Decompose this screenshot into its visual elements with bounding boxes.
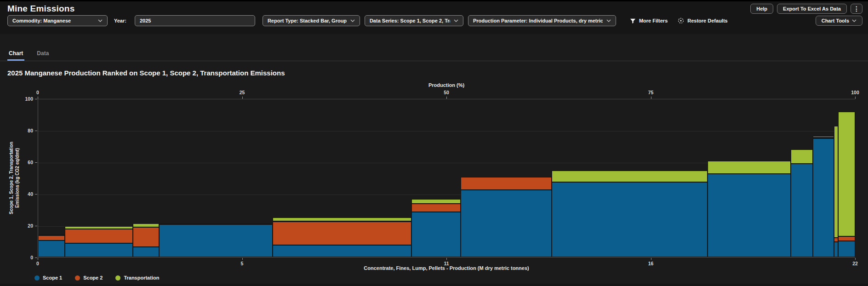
x-axis-tick	[855, 258, 856, 260]
help-button[interactable]: Help	[750, 4, 773, 14]
data-series-dropdown[interactable]: Data Series: Scope 1, Scope 2, Transport…	[365, 15, 463, 26]
y-axis-tick-label: 40	[15, 191, 33, 197]
bar-segment-scope-2[interactable]	[133, 227, 159, 247]
x-axis-tick-label: 16	[648, 261, 654, 266]
bar-segment-scope-1[interactable]	[159, 224, 273, 257]
header-actions: Help Export To Excel As Data ⋮	[750, 4, 862, 14]
bar-segment-scope-1[interactable]	[273, 245, 411, 257]
x-axis-tick	[38, 258, 38, 260]
legend-item-scope-1[interactable]: Scope 1	[34, 275, 62, 280]
bar-segment-scope-2[interactable]	[38, 235, 65, 240]
stacked-bar[interactable]	[461, 99, 552, 257]
bar-segment-transportation[interactable]	[813, 136, 834, 138]
bar-segment-scope-2[interactable]	[159, 223, 273, 224]
bar-segment-scope-1[interactable]	[708, 174, 791, 257]
stacked-bar[interactable]	[813, 99, 834, 257]
y-axis-tick	[35, 131, 37, 131]
x-axis-tick-label: 5	[241, 261, 244, 266]
stacked-bar[interactable]	[65, 99, 133, 257]
x-axis-tick-label: 11	[444, 261, 449, 266]
bar-segment-scope-2[interactable]	[273, 222, 411, 246]
stacked-bar[interactable]	[38, 99, 65, 257]
stacked-bar[interactable]	[838, 99, 855, 257]
page-title: Mine Emissions	[7, 4, 74, 14]
top-strip	[0, 0, 868, 1]
x-axis-tick	[446, 258, 447, 260]
bar-segment-transportation[interactable]	[838, 112, 855, 236]
bar-segment-transportation[interactable]	[411, 199, 461, 204]
bar-segment-scope-2[interactable]	[411, 204, 461, 212]
x-axis-tick	[651, 258, 651, 260]
restore-defaults-button[interactable]: Restore Defaults	[678, 17, 727, 24]
legend-label: Scope 1	[43, 275, 62, 280]
more-filters-button[interactable]: More Filters	[630, 18, 668, 24]
bar-segment-scope-2[interactable]	[834, 238, 838, 242]
restore-defaults-icon	[678, 17, 684, 24]
y-axis-tick-label: 60	[15, 160, 33, 165]
bar-segment-scope-1[interactable]	[411, 212, 461, 257]
bar-segment-transportation[interactable]	[791, 149, 813, 164]
chevron-down-icon	[606, 19, 611, 22]
bar-segment-transportation[interactable]	[552, 171, 708, 182]
bar-segment-transportation[interactable]	[273, 217, 411, 222]
legend-label: Scope 2	[83, 275, 103, 280]
bar-segment-transportation[interactable]	[65, 226, 133, 229]
year-input[interactable]	[135, 15, 255, 26]
legend-dot-icon	[75, 275, 80, 280]
bar-segment-scope-1[interactable]	[38, 240, 65, 257]
bar-segment-scope-1[interactable]	[65, 243, 133, 257]
stacked-bar[interactable]	[159, 99, 273, 257]
bar-segment-scope-2[interactable]	[65, 229, 133, 243]
x-axis-tick-label: 0	[36, 261, 39, 266]
bar-segment-scope-1[interactable]	[838, 241, 855, 257]
bar-segment-scope-1[interactable]	[791, 164, 813, 257]
y-axis-tick-label: 20	[15, 223, 33, 229]
export-to-excel-button[interactable]: Export To Excel As Data	[777, 4, 847, 14]
top-axis-tick	[651, 97, 651, 99]
data-series-dropdown-label: Data Series: Scope 1, Scope 2, Transport…	[370, 18, 450, 23]
stacked-bar[interactable]	[791, 99, 813, 257]
legend-dot-icon	[34, 275, 40, 280]
stacked-bar[interactable]	[273, 99, 411, 257]
production-parameter-dropdown-label: Production Parameter: Individual Product…	[473, 18, 603, 23]
legend: Scope 1Scope 2Transportation	[34, 275, 159, 280]
bar-segment-scope-2[interactable]	[813, 137, 834, 138]
y-axis-tick-label: 80	[15, 128, 33, 133]
y-axis-tick	[35, 194, 37, 194]
bar-segment-scope-1[interactable]	[461, 190, 552, 257]
bar-segment-transportation[interactable]	[133, 223, 159, 227]
stacked-bar[interactable]	[834, 99, 838, 257]
chart-tools-label: Chart Tools	[822, 18, 849, 23]
overflow-menu-button[interactable]: ⋮	[851, 4, 862, 14]
bar-segment-scope-1[interactable]	[133, 247, 159, 257]
legend-item-scope-2[interactable]: Scope 2	[75, 275, 103, 280]
top-axis-title: Production (%)	[428, 82, 464, 88]
bar-segment-transportation[interactable]	[38, 235, 65, 235]
production-parameter-dropdown[interactable]: Production Parameter: Individual Product…	[468, 15, 616, 26]
y-axis-tick	[35, 226, 37, 226]
header: Mine Emissions Help Export To Excel As D…	[7, 3, 862, 15]
bar-segment-scope-1[interactable]	[552, 182, 708, 257]
y-axis-tick-label: 100	[15, 96, 33, 102]
report-type-dropdown[interactable]: Report Type: Stacked Bar, Group By: None	[263, 15, 360, 26]
y-axis-tick	[35, 257, 37, 258]
chevron-down-icon	[350, 19, 355, 22]
bar-segment-scope-2[interactable]	[461, 177, 552, 190]
bar-segment-transportation[interactable]	[708, 161, 791, 174]
bar-segment-scope-2[interactable]	[838, 236, 855, 241]
stacked-bar[interactable]	[411, 99, 461, 257]
bar-segment-scope-1[interactable]	[834, 242, 838, 257]
legend-item-transportation[interactable]: Transportation	[115, 275, 159, 280]
x-axis-tick	[242, 258, 243, 260]
chart-tools-button[interactable]: Chart Tools	[816, 16, 862, 26]
bar-segment-transportation[interactable]	[834, 126, 838, 238]
top-axis-tick	[855, 97, 856, 99]
commodity-dropdown[interactable]: Commodity: Manganese	[7, 15, 108, 26]
stacked-bar[interactable]	[552, 99, 708, 257]
chevron-down-icon	[454, 19, 458, 22]
chevron-down-icon	[98, 19, 103, 22]
plot-area	[38, 99, 855, 257]
bar-segment-scope-1[interactable]	[813, 138, 834, 257]
stacked-bar[interactable]	[133, 99, 159, 257]
stacked-bar[interactable]	[708, 99, 791, 257]
